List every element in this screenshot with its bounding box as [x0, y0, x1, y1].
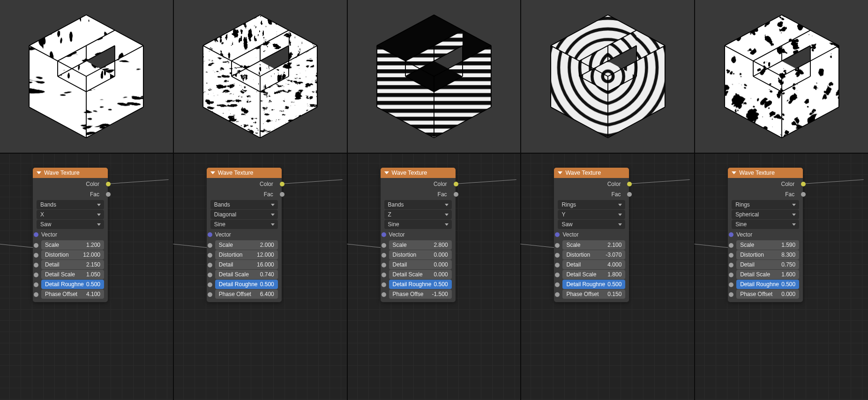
distortion-field[interactable]: Distortion 0.000 [389, 250, 452, 259]
distortion-field[interactable]: Distortion 12.000 [41, 250, 104, 259]
socket-distortion-icon[interactable] [208, 253, 212, 258]
socket-detail-roughness-icon[interactable] [729, 282, 733, 287]
output-color[interactable]: Color [33, 179, 108, 189]
wave-profile-select[interactable]: Sine [210, 220, 278, 229]
socket-distortion-icon[interactable] [729, 253, 733, 258]
socket-phase-offset-icon[interactable] [382, 292, 386, 297]
wave-texture-node[interactable]: Wave Texture Color Fac Bands X Saw V [33, 168, 108, 302]
detail-scale-field[interactable]: Detail Scale 1.800 [562, 270, 625, 279]
socket-detail-scale-icon[interactable] [729, 273, 733, 277]
wave-type-select[interactable]: Bands [384, 200, 452, 209]
collapse-icon[interactable] [558, 171, 562, 174]
collapse-icon[interactable] [732, 171, 736, 174]
detail-field[interactable]: Detail 0.000 [389, 260, 452, 269]
socket-color-icon[interactable] [627, 182, 632, 186]
socket-scale-icon[interactable] [382, 243, 386, 248]
phase-offset-field[interactable]: Phase Offset 0.150 [562, 289, 625, 299]
wave-profile-select[interactable]: Saw [558, 220, 625, 229]
wave-profile-select[interactable]: Saw [37, 220, 104, 229]
phase-offset-field[interactable]: Phase Offset 4.100 [41, 289, 104, 299]
distortion-field[interactable]: Distortion 12.000 [215, 250, 278, 259]
socket-detail-roughness-icon[interactable] [555, 282, 560, 287]
viewport-preview[interactable] [521, 0, 694, 154]
socket-color-icon[interactable] [454, 182, 458, 186]
output-color[interactable]: Color [381, 179, 456, 189]
wave-texture-node[interactable]: Wave Texture Color Fac Bands Z Sine [381, 168, 456, 302]
detail-scale-field[interactable]: Detail Scale 0.740 [215, 270, 278, 279]
socket-phase-offset-icon[interactable] [208, 292, 212, 297]
socket-detail-scale-icon[interactable] [382, 273, 386, 277]
detail-roughness-field[interactable]: Detail Roughne 0.500 [215, 280, 278, 289]
node-header[interactable]: Wave Texture [554, 168, 629, 178]
scale-field[interactable]: Scale 1.590 [736, 240, 799, 250]
detail-roughness-field[interactable]: Detail Roughne 0.500 [562, 280, 625, 289]
wave-profile-select[interactable]: Sine [384, 220, 452, 229]
scale-field[interactable]: Scale 2.000 [215, 240, 278, 250]
phase-offset-field[interactable]: Phase Offset 0.000 [736, 289, 799, 299]
socket-fac-icon[interactable] [280, 192, 284, 197]
viewport-preview[interactable] [695, 0, 868, 154]
socket-detail-icon[interactable] [208, 263, 212, 267]
node-editor[interactable]: Wave Texture Color Fac Bands X Saw V [0, 154, 173, 400]
output-fac[interactable]: Fac [381, 189, 456, 200]
detail-roughness-field[interactable]: Detail Roughne 0.500 [41, 280, 104, 289]
detail-roughness-field[interactable]: Detail Roughne 0.500 [736, 280, 799, 289]
wave-direction-select[interactable]: X [37, 210, 104, 219]
detail-roughness-field[interactable]: Detail Roughne 0.500 [389, 280, 452, 289]
node-header[interactable]: Wave Texture [728, 168, 803, 178]
vector-input[interactable]: Vector [41, 230, 108, 240]
wave-type-select[interactable]: Rings [732, 200, 799, 209]
viewport-preview[interactable] [348, 0, 521, 154]
output-fac[interactable]: Fac [33, 189, 108, 200]
output-color[interactable]: Color [728, 179, 803, 189]
wave-texture-node[interactable]: Wave Texture Color Fac Bands Diagonal Si… [207, 168, 282, 302]
detail-scale-field[interactable]: Detail Scale 0.000 [389, 270, 452, 279]
output-color[interactable]: Color [554, 179, 629, 189]
wave-direction-select[interactable]: Z [384, 210, 452, 219]
wave-direction-select[interactable]: Spherical [732, 210, 799, 219]
socket-distortion-icon[interactable] [555, 253, 560, 258]
socket-phase-offset-icon[interactable] [34, 292, 38, 297]
socket-phase-offset-icon[interactable] [555, 292, 560, 297]
viewport-preview[interactable] [174, 0, 347, 154]
collapse-icon[interactable] [384, 171, 389, 174]
node-header[interactable]: Wave Texture [207, 168, 282, 178]
socket-detail-roughness-icon[interactable] [382, 282, 386, 287]
socket-color-icon[interactable] [280, 182, 284, 186]
socket-fac-icon[interactable] [106, 192, 111, 197]
socket-detail-icon[interactable] [382, 263, 386, 267]
scale-field[interactable]: Scale 2.100 [562, 240, 625, 250]
collapse-icon[interactable] [37, 171, 41, 174]
wave-texture-node[interactable]: Wave Texture Color Fac Rings Spherical S… [728, 168, 803, 302]
socket-color-icon[interactable] [801, 182, 806, 186]
phase-offset-field[interactable]: Phase Offse -1.500 [389, 289, 452, 299]
socket-scale-icon[interactable] [555, 243, 560, 248]
socket-vector-icon[interactable] [729, 232, 733, 237]
socket-vector-icon[interactable] [34, 232, 38, 237]
wave-profile-select[interactable]: Sine [732, 220, 799, 229]
node-editor[interactable]: Wave Texture Color Fac Bands Diagonal Si… [174, 154, 347, 400]
socket-scale-icon[interactable] [208, 243, 212, 248]
vector-input[interactable]: Vector [562, 230, 629, 240]
socket-color-icon[interactable] [106, 182, 111, 186]
socket-vector-icon[interactable] [382, 232, 386, 237]
node-header[interactable]: Wave Texture [33, 168, 108, 178]
wave-type-select[interactable]: Bands [210, 200, 278, 209]
socket-detail-icon[interactable] [555, 263, 560, 267]
phase-offset-field[interactable]: Phase Offset 6.400 [215, 289, 278, 299]
socket-distortion-icon[interactable] [34, 253, 38, 258]
socket-detail-scale-icon[interactable] [34, 273, 38, 277]
wave-direction-select[interactable]: Diagonal [210, 210, 278, 219]
detail-scale-field[interactable]: Detail Scale 1.050 [41, 270, 104, 279]
socket-scale-icon[interactable] [34, 243, 38, 248]
socket-fac-icon[interactable] [454, 192, 458, 197]
detail-scale-field[interactable]: Detail Scale 1.600 [736, 270, 799, 279]
socket-detail-icon[interactable] [34, 263, 38, 267]
socket-vector-icon[interactable] [555, 232, 560, 237]
wave-texture-node[interactable]: Wave Texture Color Fac Rings Y Saw V [554, 168, 629, 302]
wave-type-select[interactable]: Rings [558, 200, 625, 209]
viewport-preview[interactable] [0, 0, 173, 154]
scale-field[interactable]: Scale 1.200 [41, 240, 104, 250]
detail-field[interactable]: Detail 16.000 [215, 260, 278, 269]
socket-scale-icon[interactable] [729, 243, 733, 248]
